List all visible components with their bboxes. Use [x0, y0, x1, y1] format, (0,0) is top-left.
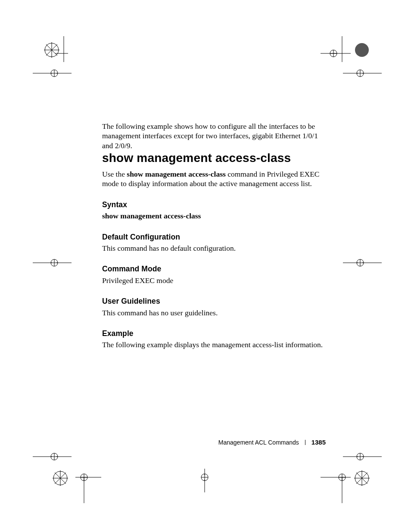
registration-rosette-icon: [353, 41, 371, 60]
section-command-mode: Command Mode Privileged EXEC mode: [102, 264, 328, 285]
page: The following example shows how to confi…: [0, 0, 411, 532]
section-body: This command has no default configuratio…: [102, 243, 328, 253]
crop-mark-icon: [33, 448, 72, 465]
crop-mark-icon: [33, 65, 72, 82]
section-default-configuration: Default Configuration This command has n…: [102, 232, 328, 253]
registration-rosette-icon: [52, 470, 69, 488]
crop-mark-icon: [190, 469, 220, 495]
section-body: This command has no user guidelines.: [102, 308, 328, 317]
crop-mark-icon: [343, 254, 382, 271]
registration-rosette-icon: [353, 470, 371, 488]
command-description: Use the show management access-class com…: [102, 169, 328, 189]
crop-mark-icon: [33, 254, 72, 271]
svg-point-60: [355, 43, 369, 57]
footer-page-number: 1385: [311, 439, 326, 446]
page-footer: Management ACL Commands 1385: [218, 439, 326, 446]
section-user-guidelines: User Guidelines This command has no user…: [102, 296, 328, 317]
desc-command: show management access-class: [127, 170, 225, 178]
footer-separator: [305, 440, 305, 445]
crop-mark-icon: [343, 65, 382, 82]
section-title: Example: [102, 329, 328, 338]
section-title: User Guidelines: [102, 296, 328, 306]
section-body: The following example displays the manag…: [102, 340, 328, 349]
section-title: Default Configuration: [102, 232, 328, 242]
section-title: Syntax: [102, 200, 328, 209]
crop-mark-icon: [343, 448, 382, 465]
syntax-command: show management access-class: [102, 212, 201, 220]
command-heading: show management access-class: [102, 150, 328, 166]
section-example: Example The following example displays t…: [102, 329, 328, 350]
section-title: Command Mode: [102, 264, 328, 274]
section-body: show management access-class: [102, 211, 328, 221]
section-body: Privileged EXEC mode: [102, 276, 328, 285]
registration-rosette-icon: [43, 41, 60, 60]
intro-paragraph: The following example shows how to confi…: [102, 121, 328, 150]
desc-pre: Use the: [102, 170, 127, 178]
section-syntax: Syntax show management access-class: [102, 200, 328, 221]
footer-section: Management ACL Commands: [218, 439, 299, 446]
text-column: The following example shows how to confi…: [102, 121, 328, 350]
